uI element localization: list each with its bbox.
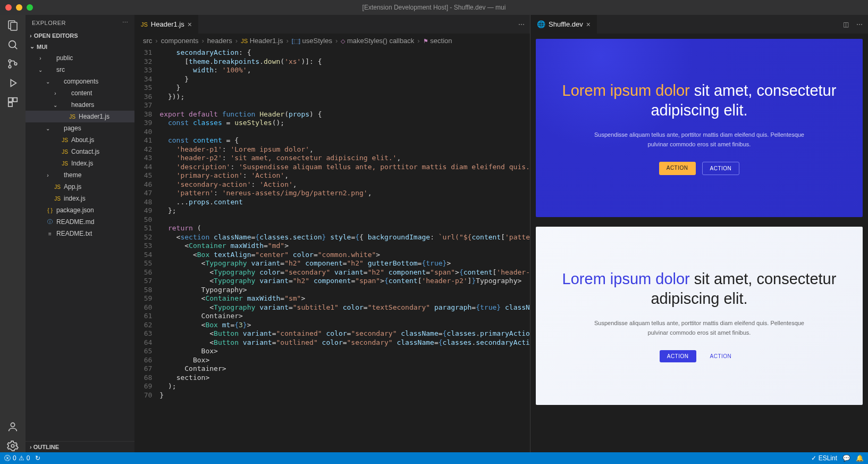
warning-count: 0 [27,454,30,462]
svg-point-2 [9,41,16,48]
search-icon[interactable] [6,38,19,51]
tree-item-pages[interactable]: ⌄pages [26,122,134,134]
preview-card-dark: Lorem ipsum dolor sit amet, consectetur … [536,39,863,217]
sidebar-more-icon[interactable]: ⋯ [122,19,129,26]
explorer-sidebar: EXPLORER ⋯ ›OPEN EDITORS ⌄MUI ›public⌄sr… [26,15,134,452]
tree-item-components[interactable]: ⌄components [26,76,134,87]
account-icon[interactable] [6,420,19,433]
svg-point-4 [9,60,11,62]
titlebar: [Extension Development Host] - Shuffle.d… [0,0,868,15]
editor-actions-icon[interactable]: ⋯ [513,21,530,28]
file-tree: ›public⌄src⌄components›content⌄headersJS… [26,52,134,441]
tree-item-public[interactable]: ›public [26,52,134,64]
secondary-action-button[interactable]: ACTION [703,350,739,362]
tree-item-headers[interactable]: ⌄headers [26,99,134,111]
tree-item-about-js[interactable]: JSAbout.js [26,134,134,146]
extensions-icon[interactable] [6,96,19,109]
explorer-icon[interactable] [6,19,19,32]
window-title: [Extension Development Host] - Shuffle.d… [0,4,868,11]
tab-label: Header1.js [151,20,184,28]
tree-item-app-js[interactable]: JSApp.js [26,181,134,193]
breadcrumb[interactable]: src›components›headers›JS Header1.js›[⬚]… [134,34,530,47]
preview-tab-label: Shuffle.dev [549,20,583,28]
preview-description: Suspendisse aliquam tellus ante, porttit… [588,319,811,337]
editor-tabs: JS Header1.js × ⋯ [134,15,530,34]
tree-item-readme-md[interactable]: ⓘREADME.md [26,216,134,228]
heading-secondary: Lorem ipsum dolor [562,270,694,287]
tree-item-index-js[interactable]: JSIndex.js [26,158,134,169]
eslint-label: ESLint [819,454,837,462]
heading-secondary: Lorem ipsum dolor [562,82,694,99]
tree-item-index-js[interactable]: JSindex.js [26,193,134,204]
status-sync-icon[interactable]: ↻ [35,454,40,462]
activity-bar [0,15,26,452]
tree-item-package-json[interactable]: { }package.json [26,204,134,216]
svg-point-11 [11,444,14,448]
tree-item-contact-js[interactable]: JSContact.js [26,146,134,158]
preview-pane: 🌐 Shuffle.dev × ◫ ⋯ Lorem ipsum dolor si… [530,15,868,452]
svg-line-3 [15,47,18,49]
source-control-icon[interactable] [6,57,19,70]
tree-item-content[interactable]: ›content [26,87,134,99]
tree-item-readme-txt[interactable]: ≡README.txt [26,228,134,239]
globe-icon: 🌐 [537,20,545,28]
status-bar: ⓧ 0 ⚠ 0 ↻ ✓ ESLint 💬 🔔 [0,452,868,464]
preview-more-icon[interactable]: ⋯ [856,21,863,28]
preview-description: Suspendisse aliquam tellus ante, porttit… [588,130,811,149]
outline-header[interactable]: › OUTLINE [26,441,134,452]
status-problems[interactable]: ⓧ 0 ⚠ 0 [4,454,30,463]
tab-shuffle-dev[interactable]: 🌐 Shuffle.dev × [530,15,597,34]
outline-label: OUTLINE [33,444,59,450]
code-area[interactable]: 31 32 33 34 35 36 37 38 39 40 41 42 43 4… [134,47,530,452]
svg-rect-1 [11,22,17,30]
primary-action-button[interactable]: ACTION [659,162,696,175]
js-file-icon: JS [141,21,148,28]
svg-point-6 [14,63,17,65]
tree-item-header1-js[interactable]: JSHeader1.js [26,111,134,122]
svg-point-5 [9,65,11,68]
preview-card-light: Lorem ipsum dolor sit amet, consectetur … [536,227,863,405]
secondary-action-button[interactable]: ACTION [702,162,740,175]
sidebar-title: EXPLORER [32,20,66,26]
svg-rect-9 [9,103,12,106]
folder-root-header[interactable]: ⌄MUI [26,41,134,52]
open-editors-header[interactable]: ›OPEN EDITORS [26,30,134,41]
primary-action-button[interactable]: ACTION [660,350,696,362]
open-editors-label: OPEN EDITORS [34,32,78,39]
status-eslint[interactable]: ✓ ESLint [811,454,837,462]
status-bell-icon[interactable]: 🔔 [856,454,864,462]
preview-body[interactable]: Lorem ipsum dolor sit amet, consectetur … [530,34,868,452]
error-count: 0 [13,454,16,462]
tab-header1-js[interactable]: JS Header1.js × [134,15,198,34]
folder-root-label: MUI [37,44,47,50]
preview-heading: Lorem ipsum dolor sit amet, consectetur … [557,81,841,121]
svg-rect-8 [13,98,17,102]
svg-rect-7 [9,98,12,102]
close-preview-tab-icon[interactable]: × [586,20,591,29]
preview-heading: Lorem ipsum dolor sit amet, consectetur … [557,269,841,309]
settings-icon[interactable] [6,440,19,452]
svg-point-10 [11,423,14,427]
debug-icon[interactable] [6,77,19,89]
close-tab-icon[interactable]: × [188,20,192,29]
tree-item-theme[interactable]: ›theme [26,169,134,181]
status-feedback-icon[interactable]: 💬 [842,454,850,462]
tree-item-src[interactable]: ⌄src [26,64,134,76]
code-editor: JS Header1.js × ⋯ src›components›headers… [134,15,530,452]
split-editor-icon[interactable]: ◫ [843,21,849,28]
